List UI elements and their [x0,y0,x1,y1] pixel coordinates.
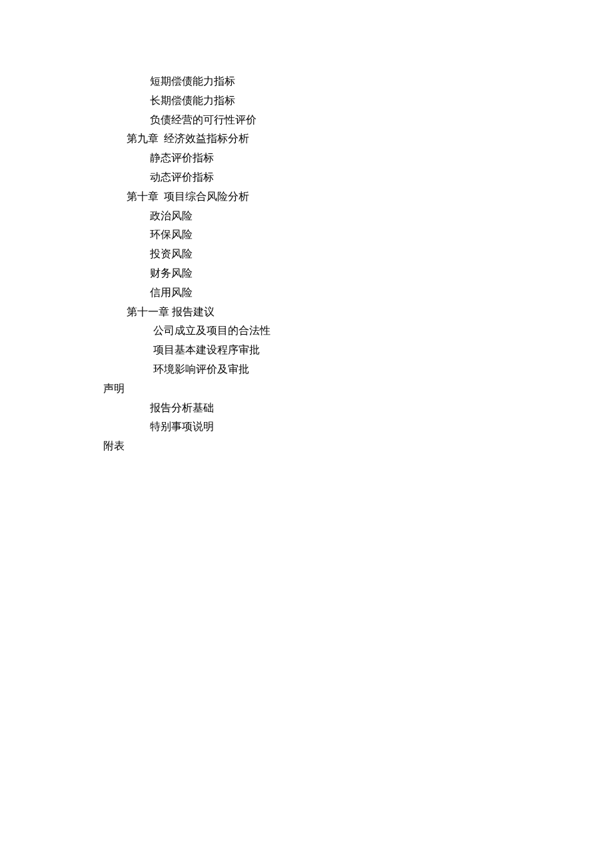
toc-item: 信用风险 [150,283,613,303]
toc-item: 长期偿债能力指标 [150,91,613,111]
toc-section: 附表 [103,437,613,456]
toc-section: 声明 [103,379,613,399]
toc-chapter: 第十一章 报告建议 [127,303,613,322]
toc-item: 负债经营的可行性评价 [150,111,613,130]
toc-item: 短期偿债能力指标 [150,72,613,91]
toc-item: 项目基本建设程序审批 [153,341,613,360]
toc-item: 投资风险 [150,245,613,264]
toc-item: 特别事项说明 [150,417,613,437]
toc-item: 动态评价指标 [150,168,613,187]
toc-item: 财务风险 [150,264,613,283]
toc-chapter: 第九章 经济效益指标分析 [127,129,613,149]
toc-item: 环境影响评价及审批 [153,360,613,379]
toc-item: 环保风险 [150,225,613,245]
toc-item: 政治风险 [150,207,613,226]
toc-item: 公司成立及项目的合法性 [153,321,613,341]
toc-item: 静态评价指标 [150,149,613,168]
toc-item: 报告分析基础 [150,399,613,418]
toc-chapter: 第十章 项目综合风险分析 [127,187,613,207]
document-content: 短期偿债能力指标 长期偿债能力指标 负债经营的可行性评价 第九章 经济效益指标分… [103,72,613,456]
